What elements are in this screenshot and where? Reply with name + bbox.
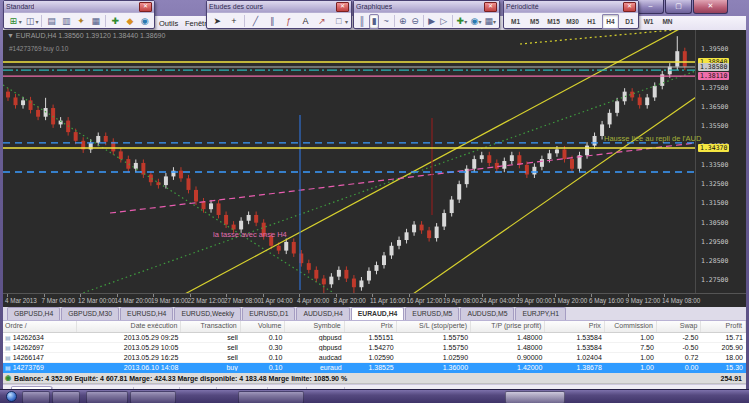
separator: [423, 15, 424, 27]
column-header[interactable]: T/P (prise profit): [471, 321, 545, 332]
chart-tab-gbpusd-m30[interactable]: GBPUSD,M30: [61, 307, 119, 320]
shapes-icon[interactable]: □: [331, 14, 346, 29]
window-close-button[interactable]: ✕: [693, 0, 728, 14]
column-header[interactable]: Commission: [605, 321, 657, 332]
column-header[interactable]: Prix: [345, 321, 397, 332]
indicators-dropdown-icon[interactable]: ▾: [464, 18, 467, 25]
window-maximize-button[interactable]: ▢: [665, 0, 692, 14]
time-label: 8 Apr 20:00: [334, 297, 366, 304]
chart-plot[interactable]: [3, 30, 695, 293]
candle-body: [284, 242, 288, 251]
autotrading-icon[interactable]: ◉: [138, 14, 151, 29]
line-chart-icon[interactable]: ~: [381, 14, 391, 29]
menu-item-outils[interactable]: Outils: [155, 18, 182, 29]
arrow-tool-icon[interactable]: ↗: [315, 14, 330, 29]
toolbar-graphiques-icons: ║▮~⊕⊖▶▷✚▾◉▾▦▾: [354, 13, 499, 29]
new-chart-dropdown-icon[interactable]: ▾: [19, 18, 22, 25]
column-header[interactable]: Prix: [545, 321, 604, 332]
open-trade-label: #14273769 buy 0.10: [9, 45, 68, 52]
price-label: 1.37500: [701, 84, 728, 92]
trade-cell: ▤14262634: [3, 334, 77, 341]
column-header[interactable]: Profit: [701, 321, 746, 332]
chart-tab-eurusd-weekly[interactable]: EURUSD,Weekly: [174, 307, 241, 320]
trade-cell: 0.00: [657, 364, 702, 371]
chart-tab-eurusd-h4[interactable]: EURUSD,H4: [120, 307, 173, 320]
period-button-m15[interactable]: M15: [545, 14, 562, 29]
time-label: 4 Mar 2013: [5, 297, 37, 304]
cursor-icon[interactable]: ➤: [210, 14, 225, 29]
chart-tab-eurusd-m5[interactable]: EURUSD,M5: [405, 307, 459, 320]
chart-tab-eurjpy-h1[interactable]: EURJPY,H1: [515, 307, 566, 320]
price-label: 1.27500: [701, 276, 728, 284]
trade-row[interactable]: ▤142737692013.06.10 14:08buy0.10euraud1.…: [3, 363, 746, 373]
close-icon[interactable]: ✕: [623, 2, 636, 12]
trade-row[interactable]: ▤142626972013.05.29 10:05sell0.30gbpusd1…: [3, 343, 746, 353]
chart-tab-euraud-h4[interactable]: EURAUD,H4: [351, 307, 405, 320]
zoom-out-icon[interactable]: ⊖: [410, 14, 420, 29]
column-header[interactable]: Symbole: [285, 321, 344, 332]
taskbar-button[interactable]: [238, 391, 304, 403]
market-watch-icon[interactable]: ▤: [45, 14, 58, 29]
taskbar-button[interactable]: [505, 391, 565, 403]
trendline-icon[interactable]: ╱: [248, 14, 263, 29]
candle-body: [202, 201, 206, 209]
column-header[interactable]: Volume: [241, 321, 286, 332]
column-header[interactable]: Swap: [657, 321, 702, 332]
column-header[interactable]: Transaction: [181, 321, 240, 332]
period-button-h4[interactable]: H4: [602, 14, 619, 29]
candle-body: [405, 232, 409, 240]
chart-tab-gbpusd-h4[interactable]: GBPUSD,H4: [7, 307, 60, 320]
channel-icon[interactable]: ∥: [265, 14, 280, 29]
order-icon: ▤: [5, 365, 11, 371]
period-button-m5[interactable]: M5: [526, 14, 543, 29]
new-order-icon[interactable]: ✚: [109, 14, 122, 29]
metaeditor-icon[interactable]: ◆: [124, 14, 137, 29]
chart-area[interactable]: 1.395001.385001.375001.365001.355001.345…: [3, 30, 746, 293]
start-button[interactable]: [6, 391, 17, 402]
trade-cell: ▤14262697: [3, 344, 77, 351]
candle-body: [675, 51, 679, 66]
candlestick-icon[interactable]: ▮: [369, 14, 379, 29]
chart-tab-audusd-h4[interactable]: AUDUSD,H4: [296, 307, 349, 320]
tile-windows-dropdown-icon[interactable]: ▾: [493, 18, 496, 25]
terminal-icon[interactable]: ▦: [89, 14, 102, 29]
close-icon[interactable]: ✕: [336, 2, 349, 12]
shapes-dropdown-icon[interactable]: ▾: [345, 18, 348, 25]
fibonacci-icon[interactable]: ƒ: [281, 14, 296, 29]
bar-chart-icon[interactable]: ║: [357, 14, 367, 29]
period-button-mn[interactable]: MN: [659, 14, 676, 29]
column-header[interactable]: Date exécution: [77, 321, 181, 332]
auto-scroll-icon[interactable]: ▶: [427, 14, 437, 29]
chart-shift-icon[interactable]: ▷: [439, 14, 449, 29]
taskbar-button[interactable]: [130, 391, 176, 403]
period-button-d1[interactable]: D1: [621, 14, 638, 29]
close-icon[interactable]: ✕: [484, 2, 497, 12]
close-icon[interactable]: ✕: [139, 2, 152, 12]
text-icon[interactable]: A: [298, 14, 313, 29]
price-tag: 1.38580: [698, 63, 729, 71]
period-button-m30[interactable]: M30: [564, 14, 581, 29]
crosshair-icon[interactable]: +: [227, 14, 242, 29]
profiles-dropdown-icon[interactable]: ▾: [35, 18, 38, 25]
trade-row[interactable]: ▤142661472013.05.29 16:25sell0.10audcad1…: [3, 353, 746, 363]
trade-row[interactable]: ▤142626342013.05.29 09:25sell0.10gbpusd1…: [3, 333, 746, 343]
taskbar-button[interactable]: [52, 391, 80, 403]
chart-tab-eurusd-d1[interactable]: EURUSD,D1: [242, 307, 295, 320]
trade-cell: 0.90000: [471, 354, 545, 361]
data-window-icon[interactable]: ▥: [60, 14, 73, 29]
navigator-icon[interactable]: ✦: [75, 14, 88, 29]
period-button-h1[interactable]: H1: [583, 14, 600, 29]
time-label: 1 May 20:00: [553, 297, 588, 304]
templates-dropdown-icon[interactable]: ▾: [478, 18, 481, 25]
period-button-m1[interactable]: M1: [507, 14, 524, 29]
column-header[interactable]: Ordre /: [3, 321, 77, 332]
zoom-in-icon[interactable]: ⊕: [398, 14, 408, 29]
taskbar-button[interactable]: [22, 391, 50, 403]
chart-tab-audusd-m5[interactable]: AUDUSD,M5: [460, 307, 514, 320]
window-minimize-button[interactable]: –: [637, 0, 664, 14]
taskbar-button[interactable]: [86, 391, 128, 403]
column-header[interactable]: S/L (stop/perte): [397, 321, 471, 332]
period-button-w1[interactable]: W1: [640, 14, 657, 29]
candle-body: [570, 159, 574, 169]
toolbar-periodicite-buttons: M1M5M15M30H1H4D1W1MN: [504, 13, 638, 29]
